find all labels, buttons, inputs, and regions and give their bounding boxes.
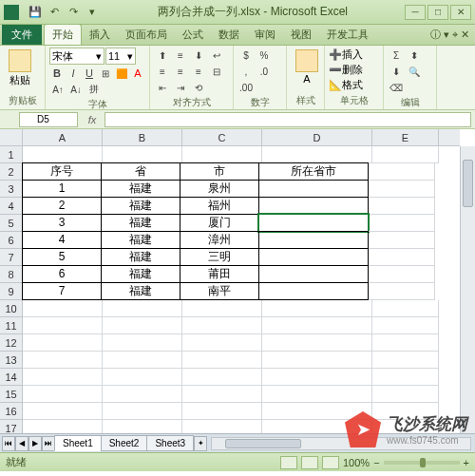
- cell[interactable]: 福建: [101, 248, 180, 266]
- sheet-first-button[interactable]: ⏮: [2, 436, 15, 451]
- align-bot-button[interactable]: ⬇: [190, 48, 207, 63]
- cell[interactable]: 南平: [180, 282, 259, 300]
- tab-insert[interactable]: 插入: [82, 25, 118, 45]
- cell[interactable]: [369, 163, 435, 181]
- cell[interactable]: 福建: [101, 214, 180, 232]
- cell[interactable]: 4: [22, 231, 102, 249]
- italic-button[interactable]: I: [66, 66, 81, 81]
- cell[interactable]: [369, 266, 435, 283]
- cell[interactable]: [23, 386, 103, 403]
- cell[interactable]: [369, 283, 435, 300]
- cell[interactable]: [103, 352, 182, 369]
- cell[interactable]: [23, 317, 103, 334]
- cells-area[interactable]: 序号省市所在省市1福建泉州2福建福州3福建厦门4福建漳州5福建三明6福建莆田7福…: [23, 146, 460, 433]
- cell[interactable]: [23, 369, 103, 386]
- page-break-button[interactable]: [322, 456, 339, 469]
- normal-view-button[interactable]: [280, 456, 297, 469]
- indent-dec-button[interactable]: ⇤: [154, 80, 171, 95]
- cell[interactable]: 3: [22, 214, 102, 232]
- cell[interactable]: 三明: [180, 248, 259, 266]
- cell[interactable]: [262, 300, 372, 317]
- cell[interactable]: 6: [22, 265, 102, 283]
- row-header[interactable]: 4: [0, 198, 22, 215]
- row-header[interactable]: 12: [0, 334, 22, 352]
- row-header[interactable]: 10: [0, 300, 22, 317]
- cell[interactable]: [258, 214, 369, 232]
- cell[interactable]: [258, 180, 369, 198]
- cell[interactable]: 福建: [101, 197, 180, 215]
- cell[interactable]: 7: [22, 282, 102, 300]
- row-header[interactable]: 11: [0, 317, 22, 334]
- zoom-slider[interactable]: [384, 461, 460, 465]
- delete-button[interactable]: ➖删除: [329, 63, 379, 77]
- cell[interactable]: 1: [22, 180, 102, 198]
- cell[interactable]: 序号: [22, 162, 102, 181]
- cell[interactable]: [372, 317, 439, 334]
- find-button[interactable]: 🔍: [406, 64, 423, 79]
- tab-home[interactable]: 开始: [44, 24, 82, 45]
- align-mid-button[interactable]: ≡: [172, 48, 189, 63]
- cell[interactable]: [262, 352, 372, 369]
- tab-review[interactable]: 审阅: [247, 25, 283, 45]
- cell[interactable]: 泉州: [180, 180, 259, 198]
- cell[interactable]: [182, 403, 262, 420]
- cell[interactable]: [182, 420, 262, 433]
- row-header[interactable]: 5: [0, 215, 22, 232]
- help-icon[interactable]: ⓘ ▾ ⌖ ✕: [425, 25, 475, 45]
- cell[interactable]: 漳州: [180, 231, 259, 249]
- cell[interactable]: 5: [22, 248, 102, 266]
- row-header[interactable]: 15: [0, 386, 22, 403]
- cell[interactable]: 2: [22, 197, 102, 215]
- align-left-button[interactable]: ≡: [154, 64, 171, 79]
- tab-developer[interactable]: 开发工具: [319, 25, 376, 45]
- save-icon[interactable]: 💾: [27, 4, 44, 21]
- cell[interactable]: [258, 265, 369, 283]
- cell[interactable]: 莆田: [180, 265, 259, 283]
- col-header[interactable]: A: [23, 129, 103, 145]
- sheet-last-button[interactable]: ⏭: [42, 436, 55, 451]
- zoom-thumb[interactable]: [420, 458, 426, 467]
- cell[interactable]: 福建: [101, 180, 180, 198]
- cell[interactable]: [23, 146, 103, 163]
- sum-button[interactable]: Σ: [388, 48, 405, 63]
- redo-icon[interactable]: ↷: [65, 4, 82, 21]
- tab-formula[interactable]: 公式: [175, 25, 211, 45]
- cell[interactable]: [182, 317, 262, 334]
- shrink-font-button[interactable]: A↓: [67, 82, 85, 97]
- paste-button[interactable]: 粘贴: [4, 48, 36, 89]
- row-header[interactable]: 8: [0, 266, 22, 283]
- format-button[interactable]: 📐格式: [329, 78, 379, 92]
- file-tab[interactable]: 文件: [2, 25, 42, 45]
- cell[interactable]: [103, 420, 182, 433]
- cell[interactable]: 省: [101, 162, 180, 181]
- col-header[interactable]: E: [372, 129, 439, 145]
- minimize-button[interactable]: ─: [405, 5, 426, 20]
- new-sheet-button[interactable]: ✦: [194, 436, 207, 451]
- page-layout-button[interactable]: [301, 456, 318, 469]
- clear-button[interactable]: ⌫: [388, 80, 405, 95]
- cell[interactable]: [182, 352, 262, 369]
- underline-button[interactable]: U: [82, 66, 97, 81]
- cell[interactable]: [369, 249, 435, 266]
- font-name-combo[interactable]: 宋体▾: [49, 48, 104, 65]
- vscroll-thumb[interactable]: [463, 160, 473, 207]
- insert-button[interactable]: ➕插入: [329, 48, 379, 62]
- maximize-button[interactable]: □: [428, 5, 448, 20]
- phonetic-button[interactable]: 拼: [86, 82, 103, 97]
- cell[interactable]: 厦门: [180, 214, 259, 232]
- cell[interactable]: [262, 369, 372, 386]
- cell[interactable]: 福建: [101, 231, 180, 249]
- col-header[interactable]: C: [182, 129, 262, 145]
- align-top-button[interactable]: ⬆: [154, 48, 171, 63]
- fill-button[interactable]: ⬇: [388, 64, 405, 79]
- cell[interactable]: [23, 334, 103, 352]
- sheet-prev-button[interactable]: ◀: [15, 436, 28, 451]
- bold-button[interactable]: B: [49, 66, 65, 81]
- cell[interactable]: 福州: [180, 197, 259, 215]
- grow-font-button[interactable]: A↑: [49, 82, 66, 97]
- cell[interactable]: 市: [180, 162, 259, 181]
- cell[interactable]: [372, 146, 439, 163]
- sheet-next-button[interactable]: ▶: [28, 436, 42, 451]
- cell[interactable]: [103, 300, 182, 317]
- dec-inc-button[interactable]: .0: [256, 64, 273, 79]
